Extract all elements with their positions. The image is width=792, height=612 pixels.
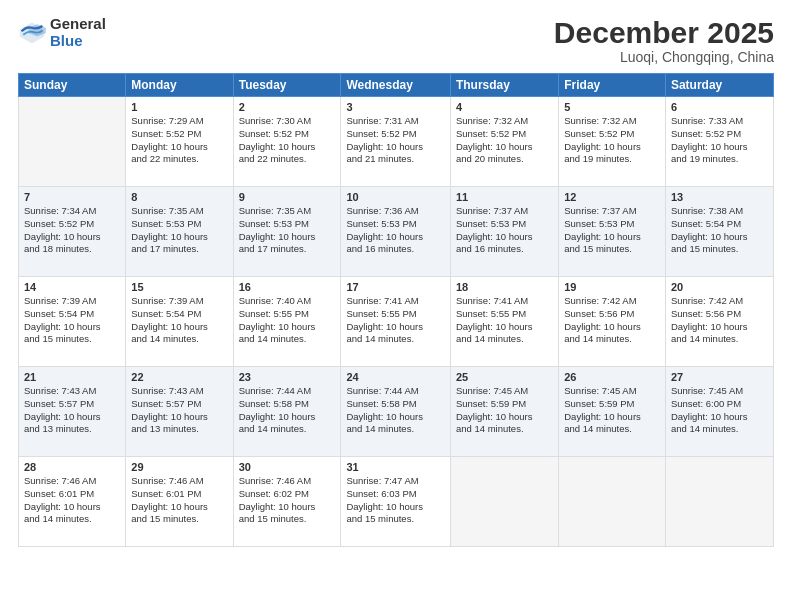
table-row: 18Sunrise: 7:41 AM Sunset: 5:55 PM Dayli… (450, 277, 558, 367)
day-info: Sunrise: 7:35 AM Sunset: 5:53 PM Dayligh… (239, 205, 336, 256)
table-row: 10Sunrise: 7:36 AM Sunset: 5:53 PM Dayli… (341, 187, 451, 277)
day-number: 6 (671, 101, 768, 113)
day-number: 8 (131, 191, 227, 203)
day-number: 9 (239, 191, 336, 203)
header-friday: Friday (559, 74, 666, 97)
day-number: 22 (131, 371, 227, 383)
day-info: Sunrise: 7:45 AM Sunset: 6:00 PM Dayligh… (671, 385, 768, 436)
table-row: 4Sunrise: 7:32 AM Sunset: 5:52 PM Daylig… (450, 97, 558, 187)
table-row (450, 457, 558, 547)
day-number: 17 (346, 281, 445, 293)
header-wednesday: Wednesday (341, 74, 451, 97)
day-number: 13 (671, 191, 768, 203)
table-row: 1Sunrise: 7:29 AM Sunset: 5:52 PM Daylig… (126, 97, 233, 187)
day-number: 29 (131, 461, 227, 473)
day-number: 20 (671, 281, 768, 293)
day-number: 2 (239, 101, 336, 113)
day-number: 1 (131, 101, 227, 113)
calendar-week-4: 21Sunrise: 7:43 AM Sunset: 5:57 PM Dayli… (19, 367, 774, 457)
day-number: 3 (346, 101, 445, 113)
day-info: Sunrise: 7:46 AM Sunset: 6:02 PM Dayligh… (239, 475, 336, 526)
table-row: 21Sunrise: 7:43 AM Sunset: 5:57 PM Dayli… (19, 367, 126, 457)
logo-blue-text: Blue (50, 33, 106, 50)
day-info: Sunrise: 7:43 AM Sunset: 5:57 PM Dayligh… (24, 385, 120, 436)
day-number: 26 (564, 371, 660, 383)
day-number: 4 (456, 101, 553, 113)
table-row (19, 97, 126, 187)
day-info: Sunrise: 7:37 AM Sunset: 5:53 PM Dayligh… (456, 205, 553, 256)
header-monday: Monday (126, 74, 233, 97)
day-info: Sunrise: 7:39 AM Sunset: 5:54 PM Dayligh… (24, 295, 120, 346)
table-row: 2Sunrise: 7:30 AM Sunset: 5:52 PM Daylig… (233, 97, 341, 187)
table-row: 31Sunrise: 7:47 AM Sunset: 6:03 PM Dayli… (341, 457, 451, 547)
calendar-header-row: Sunday Monday Tuesday Wednesday Thursday… (19, 74, 774, 97)
day-info: Sunrise: 7:45 AM Sunset: 5:59 PM Dayligh… (564, 385, 660, 436)
calendar-week-1: 1Sunrise: 7:29 AM Sunset: 5:52 PM Daylig… (19, 97, 774, 187)
day-number: 5 (564, 101, 660, 113)
logo-text: General Blue (50, 16, 106, 49)
day-info: Sunrise: 7:32 AM Sunset: 5:52 PM Dayligh… (564, 115, 660, 166)
table-row: 24Sunrise: 7:44 AM Sunset: 5:58 PM Dayli… (341, 367, 451, 457)
day-info: Sunrise: 7:40 AM Sunset: 5:55 PM Dayligh… (239, 295, 336, 346)
table-row: 26Sunrise: 7:45 AM Sunset: 5:59 PM Dayli… (559, 367, 666, 457)
calendar-week-3: 14Sunrise: 7:39 AM Sunset: 5:54 PM Dayli… (19, 277, 774, 367)
day-info: Sunrise: 7:44 AM Sunset: 5:58 PM Dayligh… (346, 385, 445, 436)
calendar-week-2: 7Sunrise: 7:34 AM Sunset: 5:52 PM Daylig… (19, 187, 774, 277)
logo: General Blue (18, 16, 106, 49)
day-info: Sunrise: 7:38 AM Sunset: 5:54 PM Dayligh… (671, 205, 768, 256)
day-number: 24 (346, 371, 445, 383)
header: General Blue December 2025 Luoqi, Chongq… (18, 16, 774, 65)
day-number: 15 (131, 281, 227, 293)
day-number: 16 (239, 281, 336, 293)
table-row: 16Sunrise: 7:40 AM Sunset: 5:55 PM Dayli… (233, 277, 341, 367)
day-info: Sunrise: 7:47 AM Sunset: 6:03 PM Dayligh… (346, 475, 445, 526)
table-row: 17Sunrise: 7:41 AM Sunset: 5:55 PM Dayli… (341, 277, 451, 367)
day-info: Sunrise: 7:33 AM Sunset: 5:52 PM Dayligh… (671, 115, 768, 166)
day-number: 27 (671, 371, 768, 383)
table-row: 5Sunrise: 7:32 AM Sunset: 5:52 PM Daylig… (559, 97, 666, 187)
table-row: 3Sunrise: 7:31 AM Sunset: 5:52 PM Daylig… (341, 97, 451, 187)
title-block: December 2025 Luoqi, Chongqing, China (554, 16, 774, 65)
table-row: 9Sunrise: 7:35 AM Sunset: 5:53 PM Daylig… (233, 187, 341, 277)
table-row: 15Sunrise: 7:39 AM Sunset: 5:54 PM Dayli… (126, 277, 233, 367)
table-row: 8Sunrise: 7:35 AM Sunset: 5:53 PM Daylig… (126, 187, 233, 277)
day-info: Sunrise: 7:35 AM Sunset: 5:53 PM Dayligh… (131, 205, 227, 256)
table-row: 29Sunrise: 7:46 AM Sunset: 6:01 PM Dayli… (126, 457, 233, 547)
table-row: 12Sunrise: 7:37 AM Sunset: 5:53 PM Dayli… (559, 187, 666, 277)
day-number: 28 (24, 461, 120, 473)
table-row: 19Sunrise: 7:42 AM Sunset: 5:56 PM Dayli… (559, 277, 666, 367)
table-row: 6Sunrise: 7:33 AM Sunset: 5:52 PM Daylig… (665, 97, 773, 187)
table-row: 14Sunrise: 7:39 AM Sunset: 5:54 PM Dayli… (19, 277, 126, 367)
day-info: Sunrise: 7:31 AM Sunset: 5:52 PM Dayligh… (346, 115, 445, 166)
day-number: 10 (346, 191, 445, 203)
day-info: Sunrise: 7:34 AM Sunset: 5:52 PM Dayligh… (24, 205, 120, 256)
day-number: 25 (456, 371, 553, 383)
header-sunday: Sunday (19, 74, 126, 97)
day-info: Sunrise: 7:29 AM Sunset: 5:52 PM Dayligh… (131, 115, 227, 166)
day-number: 18 (456, 281, 553, 293)
day-info: Sunrise: 7:37 AM Sunset: 5:53 PM Dayligh… (564, 205, 660, 256)
day-number: 23 (239, 371, 336, 383)
day-info: Sunrise: 7:42 AM Sunset: 5:56 PM Dayligh… (564, 295, 660, 346)
table-row: 20Sunrise: 7:42 AM Sunset: 5:56 PM Dayli… (665, 277, 773, 367)
calendar-week-5: 28Sunrise: 7:46 AM Sunset: 6:01 PM Dayli… (19, 457, 774, 547)
logo-general-text: General (50, 16, 106, 33)
day-info: Sunrise: 7:32 AM Sunset: 5:52 PM Dayligh… (456, 115, 553, 166)
day-info: Sunrise: 7:30 AM Sunset: 5:52 PM Dayligh… (239, 115, 336, 166)
day-number: 11 (456, 191, 553, 203)
day-info: Sunrise: 7:36 AM Sunset: 5:53 PM Dayligh… (346, 205, 445, 256)
day-number: 21 (24, 371, 120, 383)
day-info: Sunrise: 7:41 AM Sunset: 5:55 PM Dayligh… (456, 295, 553, 346)
table-row: 22Sunrise: 7:43 AM Sunset: 5:57 PM Dayli… (126, 367, 233, 457)
header-saturday: Saturday (665, 74, 773, 97)
day-number: 19 (564, 281, 660, 293)
table-row (559, 457, 666, 547)
day-info: Sunrise: 7:43 AM Sunset: 5:57 PM Dayligh… (131, 385, 227, 436)
header-tuesday: Tuesday (233, 74, 341, 97)
day-info: Sunrise: 7:45 AM Sunset: 5:59 PM Dayligh… (456, 385, 553, 436)
day-info: Sunrise: 7:46 AM Sunset: 6:01 PM Dayligh… (24, 475, 120, 526)
table-row: 25Sunrise: 7:45 AM Sunset: 5:59 PM Dayli… (450, 367, 558, 457)
table-row: 28Sunrise: 7:46 AM Sunset: 6:01 PM Dayli… (19, 457, 126, 547)
table-row: 13Sunrise: 7:38 AM Sunset: 5:54 PM Dayli… (665, 187, 773, 277)
page: General Blue December 2025 Luoqi, Chongq… (0, 0, 792, 612)
